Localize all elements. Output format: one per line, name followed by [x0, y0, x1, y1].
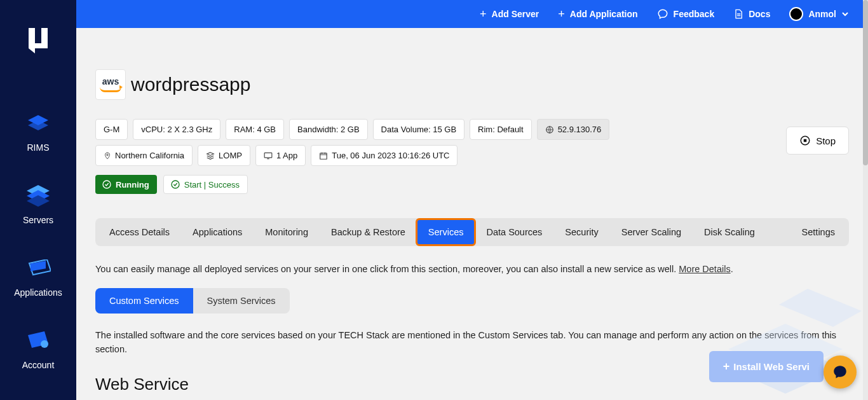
feedback-label: Feedback [674, 9, 715, 19]
chip-rim: Rim: Default [470, 119, 532, 140]
tab-applications[interactable]: Applications [181, 219, 254, 245]
chevron-down-icon [841, 10, 849, 18]
stop-icon [799, 135, 811, 146]
server-chips-row2: Northern California LOMP 1 App Tue, 06 J… [95, 145, 667, 166]
install-web-service-label: Install Web Servi [733, 361, 810, 372]
check-circle-icon [102, 179, 112, 190]
stack-icon [206, 151, 215, 160]
chat-support-button[interactable] [824, 355, 857, 389]
install-web-service-button[interactable]: + Install Web Servi [709, 351, 824, 382]
svg-rect-13 [264, 153, 272, 158]
sidebar-item-applications[interactable]: Applications [14, 257, 62, 298]
rims-icon [27, 112, 50, 135]
location-icon [104, 151, 111, 160]
avatar [789, 7, 803, 21]
tab-settings[interactable]: Settings [790, 219, 846, 245]
status-label: Running [116, 180, 149, 190]
plus-icon: + [723, 360, 730, 373]
monitor-icon [264, 152, 273, 160]
subtab-system-services[interactable]: System Services [193, 288, 290, 314]
chip-created: Tue, 06 Jun 2023 10:16:26 UTC [311, 145, 458, 166]
feedback-link[interactable]: Feedback [657, 8, 715, 20]
docs-icon [733, 8, 743, 20]
tab-server-scaling[interactable]: Server Scaling [610, 219, 693, 245]
svg-point-15 [103, 181, 111, 188]
chip-data-volume: Data Volume: 15 GB [373, 119, 465, 140]
svg-rect-18 [804, 139, 807, 142]
services-intro-text: You can easily manage all deployed servi… [95, 264, 679, 274]
stop-label: Stop [816, 135, 836, 146]
sidebar-label: Applications [14, 287, 62, 298]
check-circle-icon [170, 179, 180, 190]
server-chips-row1: G-M vCPU: 2 X 2.3 GHz RAM: 4 GB Bandwidt… [95, 119, 667, 140]
tab-backup-restore[interactable]: Backup & Restore [320, 219, 417, 245]
tab-monitoring[interactable]: Monitoring [254, 219, 320, 245]
chip-ram: RAM: 4 GB [226, 119, 284, 140]
svg-point-16 [172, 181, 179, 188]
svg-point-8 [41, 340, 48, 348]
docs-label: Docs [749, 9, 770, 19]
status-badge-running: Running [95, 175, 157, 194]
svg-rect-14 [320, 153, 327, 158]
sidebar-label: RIMS [27, 142, 50, 153]
main-panel: aws wordpressapp G-M vCPU: 2 X 2.3 GHz R… [76, 28, 868, 400]
add-server-label: Add Server [492, 9, 539, 19]
applications-icon [25, 257, 51, 280]
svg-point-12 [107, 154, 109, 156]
tab-disk-scaling[interactable]: Disk Scaling [693, 219, 766, 245]
tab-services[interactable]: Services [417, 219, 475, 245]
sidebar-item-servers[interactable]: Servers [23, 184, 53, 225]
add-server-button[interactable]: + Add Server [480, 8, 539, 20]
account-icon [25, 329, 51, 352]
services-intro: You can easily manage all deployed servi… [95, 264, 849, 274]
calendar-icon [319, 151, 328, 160]
provider-badge-aws: aws [95, 69, 126, 100]
server-tabs: Access Details Applications Monitoring B… [95, 218, 849, 246]
page-title: wordpressapp [131, 74, 250, 95]
services-intro-period: . [731, 264, 733, 274]
docs-link[interactable]: Docs [733, 8, 770, 20]
provider-label: aws [102, 77, 119, 86]
sidebar-label: Servers [23, 215, 53, 225]
globe-icon [545, 125, 554, 134]
services-subtabs: Custom Services System Services [95, 288, 290, 314]
tab-security[interactable]: Security [553, 219, 609, 245]
scrollbar[interactable] [863, 0, 868, 400]
tab-access-details[interactable]: Access Details [98, 219, 181, 245]
sidebar-label: Account [22, 360, 55, 370]
sidebar-item-rims[interactable]: RIMS [27, 112, 50, 153]
chip-vcpu: vCPU: 2 X 2.3 GHz [133, 119, 220, 140]
brand-logo[interactable] [26, 25, 50, 61]
plus-icon: + [558, 8, 565, 20]
username-label: Anmol [808, 9, 836, 19]
chip-stack: LOMP [198, 145, 250, 166]
sidebar: RIMS Servers Applications Account [0, 0, 76, 400]
more-details-link[interactable]: More Details [679, 264, 730, 274]
chip-bandwidth: Bandwidth: 2 GB [289, 119, 368, 140]
chip-apps: 1 App [255, 145, 306, 166]
chip-region: Northern California [95, 145, 193, 166]
add-application-label: Add Application [570, 9, 638, 19]
chat-icon [657, 8, 668, 20]
last-action-label: Start | Success [184, 180, 240, 190]
chip-plan: G-M [95, 119, 128, 140]
sidebar-item-account[interactable]: Account [22, 329, 55, 370]
tab-data-sources[interactable]: Data Sources [475, 219, 553, 245]
subtab-custom-services[interactable]: Custom Services [95, 288, 193, 314]
user-menu[interactable]: Anmol [789, 7, 849, 21]
scrollbar-thumb[interactable] [863, 0, 868, 165]
stop-button[interactable]: Stop [786, 127, 849, 155]
last-action-badge: Start | Success [163, 175, 248, 194]
add-application-button[interactable]: + Add Application [558, 8, 637, 20]
chat-icon [832, 364, 848, 380]
topbar: + Add Server + Add Application Feedback … [76, 0, 868, 28]
servers-icon [27, 184, 50, 207]
plus-icon: + [480, 8, 487, 20]
chip-ip[interactable]: 52.9.130.76 [537, 119, 610, 140]
